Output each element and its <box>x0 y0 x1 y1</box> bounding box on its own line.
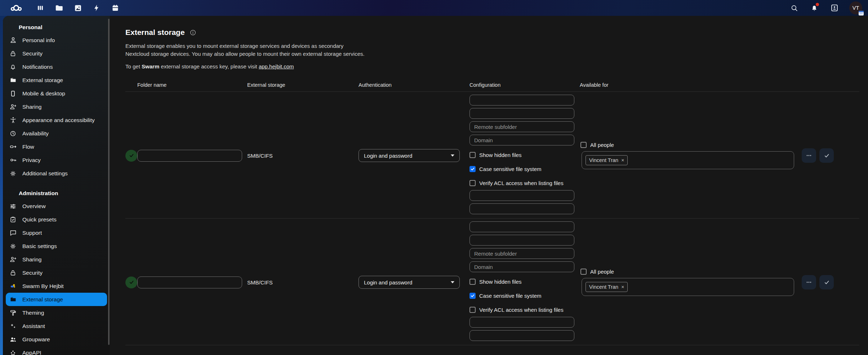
more-options-button[interactable] <box>802 275 816 289</box>
clock-icon <box>9 130 17 138</box>
folder-name-input[interactable] <box>137 150 242 162</box>
calendar-icon[interactable] <box>110 3 120 13</box>
config-host-input[interactable] <box>469 221 574 232</box>
gear-icon <box>9 170 17 178</box>
sidebar-item-label: Security <box>22 50 43 57</box>
verify-acl-checkbox[interactable]: Verify ACL access when listing files <box>469 307 564 313</box>
authentication-select[interactable]: Login and password <box>359 149 460 162</box>
authentication-select[interactable]: Login and password <box>359 276 460 289</box>
sidebar-item-personal-info[interactable]: Personal info <box>6 33 107 47</box>
files-icon[interactable] <box>54 3 64 13</box>
storage-type-label: SMB/CIFS <box>247 153 359 159</box>
share-account-icon <box>9 103 17 111</box>
avatar[interactable]: VT <box>849 1 862 14</box>
phone-icon <box>9 90 17 98</box>
config-share-input[interactable] <box>469 108 574 119</box>
sidebar-scrollbar[interactable] <box>108 19 110 345</box>
config-remote-subfolder-input[interactable] <box>469 121 574 132</box>
config-username-input[interactable] <box>469 190 574 201</box>
paint-roller-icon <box>9 309 17 317</box>
config-password-input[interactable] <box>469 330 574 341</box>
sidebar-item-label: Quick presets <box>22 216 57 223</box>
notification-dot <box>816 3 819 6</box>
sidebar-item-groupware[interactable]: Groupware <box>6 333 107 346</box>
dashboard-icon[interactable] <box>35 3 45 13</box>
sidebar-item-quick-presets[interactable]: Quick presets <box>6 213 107 226</box>
show-hidden-files-checkbox[interactable]: Show hidden files <box>469 152 522 158</box>
sidebar-item-label: Basic settings <box>22 243 57 250</box>
sidebar-item-sharing-admin[interactable]: Sharing <box>6 253 107 266</box>
sidebar-item-label: Overview <box>22 203 46 210</box>
config-share-input[interactable] <box>469 235 574 246</box>
config-remote-subfolder-input[interactable] <box>469 248 574 259</box>
nextcloud-logo-icon[interactable] <box>5 4 27 12</box>
accessibility-icon <box>9 116 17 124</box>
page-description: External storage enables you to mount ex… <box>125 42 366 58</box>
sidebar-item-mobile-desktop[interactable]: Mobile & desktop <box>6 87 107 100</box>
case-sensitive-checkbox[interactable]: Case sensitive file system <box>469 166 542 172</box>
header-authentication: Authentication <box>359 82 469 88</box>
section-heading-personal: Personal <box>3 21 110 33</box>
more-options-button[interactable] <box>802 148 816 163</box>
show-hidden-files-checkbox[interactable]: Show hidden files <box>469 279 522 285</box>
sidebar-item-label: Privacy <box>22 157 41 163</box>
case-sensitive-checkbox[interactable]: Case sensitive file system <box>469 293 542 299</box>
sidebar-item-security-admin[interactable]: Security <box>6 266 107 279</box>
chevron-down-icon <box>451 154 454 157</box>
sidebar-item-label: Additional settings <box>22 170 68 177</box>
sidebar-item-appapi[interactable]: AppAPI <box>6 346 107 355</box>
available-for-input[interactable]: Vincent Tran × <box>582 278 794 296</box>
contacts-icon[interactable] <box>829 3 840 13</box>
sidebar-item-additional-settings[interactable]: Additional settings <box>6 167 107 180</box>
app-launcher <box>35 3 120 13</box>
hejbit-link[interactable]: app.hejbit.com <box>259 63 294 69</box>
search-icon[interactable] <box>789 3 800 13</box>
sidebar-item-label: Personal info <box>22 37 55 44</box>
sidebar-item-notifications[interactable]: Notifications <box>6 60 107 73</box>
settings-sidebar: Personal Personal info Security Notifica… <box>3 16 110 355</box>
sidebar-item-security-personal[interactable]: Security <box>6 47 107 60</box>
storage-type-label: SMB/CIFS <box>247 279 359 286</box>
folder-name-input[interactable] <box>137 277 242 288</box>
all-people-checkbox[interactable]: All people <box>580 142 614 148</box>
config-host-input[interactable] <box>469 95 574 105</box>
config-password-input[interactable] <box>469 203 574 214</box>
sidebar-item-assistant[interactable]: Assistant <box>6 319 107 333</box>
sidebar-item-sharing-personal[interactable]: Sharing <box>6 100 107 113</box>
sidebar-item-external-storage-personal[interactable]: External storage <box>6 73 107 87</box>
save-button[interactable] <box>819 148 834 163</box>
activity-icon[interactable] <box>92 3 102 13</box>
share-account-icon <box>9 256 17 264</box>
content-panel: Personal Personal info Security Notifica… <box>3 16 868 355</box>
available-for-cell: All people Vincent Tran × <box>580 269 798 296</box>
all-people-checkbox[interactable]: All people <box>580 269 614 275</box>
photos-icon[interactable] <box>73 3 83 13</box>
sidebar-item-label: Security <box>22 270 43 276</box>
sidebar-item-overview[interactable]: Overview <box>6 199 107 213</box>
top-bar: VT <box>0 0 868 16</box>
remove-chip-icon[interactable]: × <box>621 157 624 163</box>
sidebar-item-privacy[interactable]: Privacy <box>6 153 107 167</box>
status-ok-icon <box>125 150 137 162</box>
info-icon[interactable] <box>190 29 196 36</box>
verify-acl-checkbox[interactable]: Verify ACL access when listing files <box>469 180 564 186</box>
sidebar-item-label: Sharing <box>22 104 41 110</box>
sidebar-item-support[interactable]: Support <box>6 226 107 239</box>
save-button[interactable] <box>819 275 834 289</box>
sidebar-item-flow[interactable]: Flow <box>6 140 107 153</box>
remove-chip-icon[interactable]: × <box>621 284 624 290</box>
config-username-input[interactable] <box>469 317 574 328</box>
config-domain-input[interactable] <box>469 261 574 272</box>
chevron-down-icon <box>451 281 454 283</box>
sidebar-item-label: Groupware <box>22 336 50 343</box>
table-header-row: Folder name External storage Authenticat… <box>125 78 859 92</box>
sidebar-item-external-storage-admin[interactable]: External storage <box>6 293 107 306</box>
available-for-input[interactable]: Vincent Tran × <box>582 151 794 169</box>
sidebar-item-appearance[interactable]: Appearance and accessibility <box>6 113 107 127</box>
sidebar-item-availability[interactable]: Availability <box>6 127 107 140</box>
config-domain-input[interactable] <box>469 135 574 145</box>
notifications-icon[interactable] <box>809 3 820 13</box>
sidebar-item-swarm[interactable]: Swarm By Hejbit <box>6 279 107 293</box>
sidebar-item-theming[interactable]: Theming <box>6 306 107 319</box>
sidebar-item-basic-settings[interactable]: Basic settings <box>6 239 107 253</box>
